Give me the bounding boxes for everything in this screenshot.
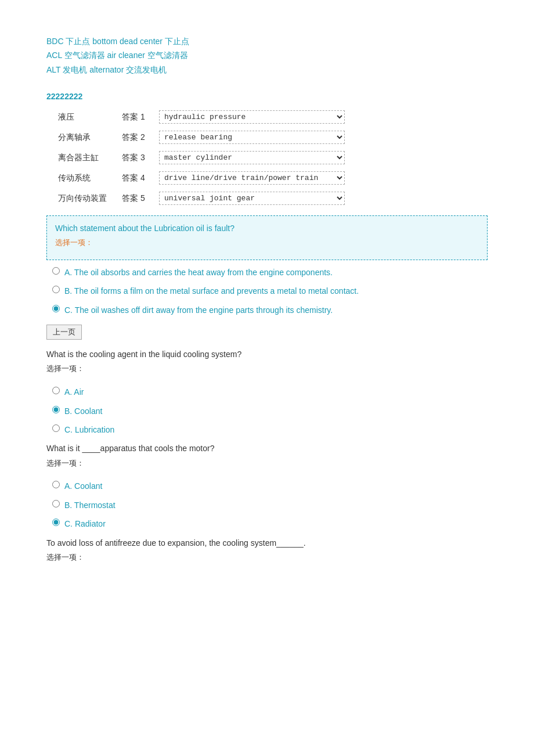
matching-select-5[interactable]: universal joint gear [159, 192, 345, 205]
option-text-q3b: B. Thermostat [64, 499, 116, 512]
question-text-q3: What is it ____apparatus that cools the … [46, 442, 488, 455]
select-one-q2: 选择一项： [46, 363, 488, 375]
select-one-q1: 选择一项： [55, 237, 479, 249]
question-text-q4: To avoid loss of antifreeze due to expan… [46, 537, 488, 549]
radio-q3b[interactable] [52, 500, 60, 507]
question-block-q4: To avoid loss of antifreeze due to expan… [46, 537, 488, 564]
matching-label-1: 液压 [58, 110, 122, 123]
matching-row-2: 分离轴承答案 2release bearing [58, 131, 488, 144]
matching-select-2[interactable]: release bearing [159, 131, 345, 144]
answer-label-2: 答案 2 [122, 131, 157, 143]
radio-q1c[interactable] [52, 305, 60, 312]
matching-label-3: 离合器主缸 [58, 151, 122, 164]
radio-q2b[interactable] [52, 406, 60, 413]
option-text-q3a: A. Coolant [64, 480, 102, 492]
matching-row-4: 传动系统答案 4drive line/drive train/power tra… [58, 171, 488, 185]
header-section: BDC 下止点 bottom dead center 下止点 ACL 空气滤清器… [46, 35, 488, 76]
question-block-q1: Which statement about the Lubrication oi… [46, 215, 488, 260]
section-number: 22222222 [46, 90, 488, 103]
prev-button[interactable]: 上一页 [46, 325, 82, 340]
radio-q1a[interactable] [52, 267, 60, 275]
header-line-2: ACL 空气滤清器 air cleaner 空气滤清器 [46, 49, 488, 62]
option-text-q2b: B. Coolant [64, 405, 102, 417]
option-row-q1a: A. The oil absorbs and carries the heat … [46, 266, 488, 279]
matching-select-3[interactable]: master cylinder [159, 151, 345, 164]
matching-row-3: 离合器主缸答案 3master cylinder [58, 151, 488, 164]
radio-q2c[interactable] [52, 424, 60, 432]
matching-label-2: 分离轴承 [58, 131, 122, 143]
matching-table: 液压答案 1hydraulic pressure分离轴承答案 2release … [58, 110, 488, 205]
select-one-q4: 选择一项： [46, 552, 488, 564]
answer-label-3: 答案 3 [122, 151, 157, 164]
matching-row-1: 液压答案 1hydraulic pressure [58, 110, 488, 124]
header-line-1: BDC 下止点 bottom dead center 下止点 [46, 35, 488, 48]
option-text-q2a: A. Air [64, 386, 84, 398]
option-row-q3c: C. Radiator [46, 517, 488, 530]
matching-select-1[interactable]: hydraulic pressure [159, 110, 345, 124]
matching-label-5: 万向传动装置 [58, 192, 122, 204]
answer-label-5: 答案 5 [122, 192, 157, 204]
question-block-q3: What is it ____apparatus that cools the … [46, 442, 488, 469]
matching-select-4[interactable]: drive line/drive train/power train [159, 171, 345, 185]
option-row-q2b: B. Coolant [46, 405, 488, 417]
radio-q3a[interactable] [52, 481, 60, 488]
option-row-q1b: B. The oil forms a film on the metal sur… [46, 285, 488, 297]
answer-label-1: 答案 1 [122, 110, 157, 123]
radio-q2a[interactable] [52, 387, 60, 394]
select-one-q3: 选择一项： [46, 458, 488, 470]
matching-label-4: 传动系统 [58, 171, 122, 184]
option-row-q2c: C. Lubrication [46, 423, 488, 436]
matching-row-5: 万向传动装置答案 5universal joint gear [58, 192, 488, 205]
question-block-q2: What is the cooling agent in the liquid … [46, 348, 488, 375]
option-text-q2c: C. Lubrication [64, 423, 114, 436]
radio-q1b[interactable] [52, 286, 60, 293]
question-text-q2: What is the cooling agent in the liquid … [46, 348, 488, 361]
option-text-q1a: A. The oil absorbs and carries the heat … [64, 266, 333, 279]
header-line-3: ALT 发电机 alternator 交流发电机 [46, 63, 488, 76]
option-text-q3c: C. Radiator [64, 517, 106, 530]
option-text-q1b: B. The oil forms a film on the metal sur… [64, 285, 359, 297]
radio-q3c[interactable] [52, 519, 60, 526]
option-text-q1c: C. The oil washes off dirt away from the… [64, 304, 333, 316]
option-row-q2a: A. Air [46, 386, 488, 398]
question-text-q1: Which statement about the Lubrication oi… [55, 222, 479, 235]
option-row-q3b: B. Thermostat [46, 499, 488, 512]
option-row-q3a: A. Coolant [46, 480, 488, 492]
option-row-q1c: C. The oil washes off dirt away from the… [46, 304, 488, 316]
answer-label-4: 答案 4 [122, 171, 157, 184]
